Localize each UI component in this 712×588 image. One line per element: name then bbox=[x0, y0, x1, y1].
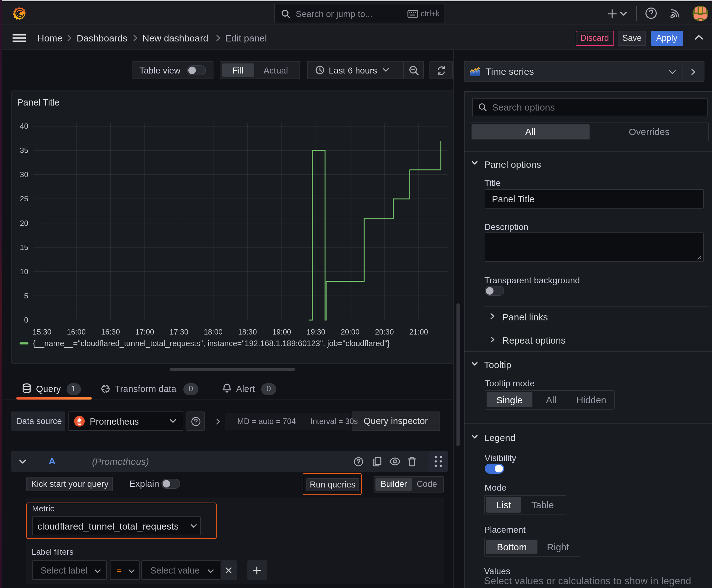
svg-text:15:30: 15:30 bbox=[33, 327, 51, 336]
svg-text:19:00: 19:00 bbox=[272, 327, 291, 336]
svg-text:21:00: 21:00 bbox=[409, 327, 428, 336]
svg-text:10: 10 bbox=[20, 267, 28, 275]
svg-text:17:00: 17:00 bbox=[135, 327, 154, 336]
svg-text:40: 40 bbox=[20, 122, 28, 130]
svg-text:17:30: 17:30 bbox=[170, 327, 188, 336]
svg-text:20: 20 bbox=[20, 218, 28, 227]
svg-text:0: 0 bbox=[24, 315, 28, 324]
svg-text:18:00: 18:00 bbox=[204, 327, 222, 336]
svg-text:30: 30 bbox=[20, 170, 28, 178]
svg-text:25: 25 bbox=[20, 194, 28, 203]
svg-text:20:00: 20:00 bbox=[341, 327, 360, 336]
svg-text:35: 35 bbox=[20, 146, 28, 154]
svg-text:16:30: 16:30 bbox=[101, 327, 120, 336]
svg-text:5: 5 bbox=[24, 291, 28, 300]
svg-text:20:30: 20:30 bbox=[375, 327, 394, 336]
svg-text:19:30: 19:30 bbox=[306, 327, 325, 336]
svg-text:18:30: 18:30 bbox=[238, 327, 257, 336]
svg-text:{__name__="cloudflared_tunnel_: {__name__="cloudflared_tunnel_total_requ… bbox=[33, 339, 390, 348]
svg-text:16:00: 16:00 bbox=[67, 327, 85, 336]
svg-text:15: 15 bbox=[20, 243, 28, 251]
